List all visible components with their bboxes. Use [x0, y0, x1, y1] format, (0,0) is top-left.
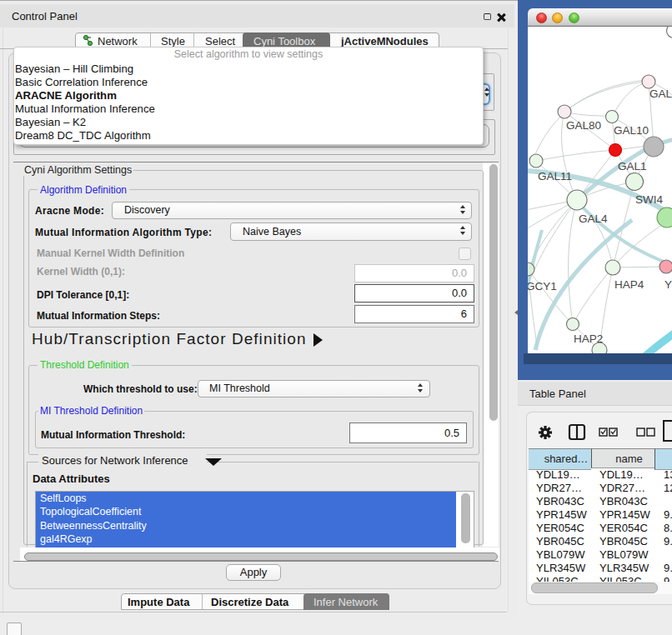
svg-text:GCY1: GCY1 — [528, 280, 557, 292]
svg-text:GAL80: GAL80 — [566, 119, 601, 132]
svg-text:HAP4: HAP4 — [614, 278, 644, 291]
svg-text:GAL1: GAL1 — [618, 160, 647, 172]
svg-text:GAL4: GAL4 — [579, 212, 608, 225]
svg-text:GAL: GAL — [649, 88, 672, 100]
svg-text:HAP2: HAP2 — [574, 332, 603, 345]
svg-text:GAL10: GAL10 — [614, 124, 649, 137]
svg-text:Y: Y — [664, 278, 672, 291]
svg-text:GAL11: GAL11 — [538, 170, 572, 182]
svg-text:SWI4: SWI4 — [635, 193, 663, 206]
